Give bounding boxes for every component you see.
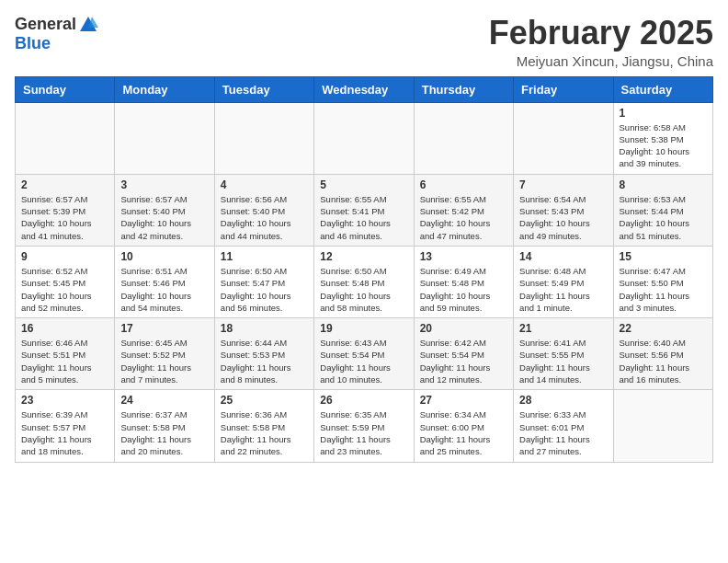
day-number: 26 — [320, 394, 407, 407]
calendar-cell: 25Sunrise: 6:36 AM Sunset: 5:58 PM Dayli… — [214, 390, 313, 462]
calendar-cell: 13Sunrise: 6:49 AM Sunset: 5:48 PM Dayli… — [414, 246, 513, 317]
day-info: Sunrise: 6:57 AM Sunset: 5:40 PM Dayligh… — [120, 193, 208, 242]
day-info: Sunrise: 6:37 AM Sunset: 5:58 PM Dayligh… — [120, 408, 208, 457]
calendar-cell: 11Sunrise: 6:50 AM Sunset: 5:47 PM Dayli… — [214, 246, 313, 317]
day-number: 5 — [320, 178, 407, 191]
calendar-cell: 3Sunrise: 6:57 AM Sunset: 5:40 PM Daylig… — [115, 174, 214, 246]
weekday-header-friday: Friday — [514, 76, 613, 102]
day-info: Sunrise: 6:43 AM Sunset: 5:54 PM Dayligh… — [320, 337, 407, 385]
day-number: 4 — [221, 178, 308, 191]
calendar-header-row: SundayMondayTuesdayWednesdayThursdayFrid… — [16, 76, 713, 102]
day-info: Sunrise: 6:45 AM Sunset: 5:52 PM Dayligh… — [120, 337, 208, 385]
calendar-week-row: 16Sunrise: 6:46 AM Sunset: 5:51 PM Dayli… — [16, 318, 713, 390]
day-info: Sunrise: 6:53 AM Sunset: 5:44 PM Dayligh… — [620, 193, 707, 242]
calendar-cell: 22Sunrise: 6:40 AM Sunset: 5:56 PM Dayli… — [613, 318, 712, 390]
day-number: 19 — [320, 322, 407, 335]
calendar-week-row: 2Sunrise: 6:57 AM Sunset: 5:39 PM Daylig… — [16, 174, 713, 246]
logo-icon — [78, 15, 98, 35]
day-number: 22 — [620, 322, 707, 335]
day-info: Sunrise: 6:46 AM Sunset: 5:51 PM Dayligh… — [21, 337, 108, 385]
day-number: 15 — [620, 250, 707, 263]
day-info: Sunrise: 6:42 AM Sunset: 5:54 PM Dayligh… — [420, 337, 507, 385]
title-area: February 2025 Meiyuan Xincun, Jiangsu, C… — [489, 15, 713, 69]
calendar-week-row: 23Sunrise: 6:39 AM Sunset: 5:57 PM Dayli… — [16, 390, 713, 462]
day-number: 9 — [21, 250, 108, 263]
calendar-cell — [214, 102, 313, 174]
calendar-cell — [314, 102, 414, 174]
month-title: February 2025 — [489, 15, 713, 52]
day-number: 21 — [519, 322, 607, 335]
calendar-cell: 5Sunrise: 6:55 AM Sunset: 5:41 PM Daylig… — [314, 174, 414, 246]
day-number: 25 — [221, 394, 308, 407]
day-info: Sunrise: 6:49 AM Sunset: 5:48 PM Dayligh… — [420, 265, 507, 314]
day-info: Sunrise: 6:55 AM Sunset: 5:42 PM Dayligh… — [420, 193, 507, 242]
day-number: 1 — [620, 107, 707, 120]
day-info: Sunrise: 6:39 AM Sunset: 5:57 PM Dayligh… — [21, 408, 108, 457]
calendar-cell — [514, 102, 613, 174]
logo-general-text: General — [15, 16, 76, 34]
logo: General Blue — [15, 15, 98, 53]
day-number: 16 — [21, 322, 108, 335]
weekday-header-thursday: Thursday — [414, 76, 513, 102]
calendar-cell: 14Sunrise: 6:48 AM Sunset: 5:49 PM Dayli… — [514, 246, 613, 317]
day-number: 7 — [519, 178, 607, 191]
calendar-cell: 19Sunrise: 6:43 AM Sunset: 5:54 PM Dayli… — [314, 318, 414, 390]
day-number: 12 — [320, 250, 407, 263]
calendar-cell: 20Sunrise: 6:42 AM Sunset: 5:54 PM Dayli… — [414, 318, 513, 390]
day-number: 27 — [420, 394, 507, 407]
calendar-cell — [16, 102, 115, 174]
day-info: Sunrise: 6:47 AM Sunset: 5:50 PM Dayligh… — [620, 265, 707, 314]
calendar-week-row: 9Sunrise: 6:52 AM Sunset: 5:45 PM Daylig… — [16, 246, 713, 317]
calendar-cell: 27Sunrise: 6:34 AM Sunset: 6:00 PM Dayli… — [414, 390, 513, 462]
day-info: Sunrise: 6:48 AM Sunset: 5:49 PM Dayligh… — [519, 265, 607, 314]
day-number: 20 — [420, 322, 507, 335]
calendar-cell: 24Sunrise: 6:37 AM Sunset: 5:58 PM Dayli… — [115, 390, 214, 462]
day-info: Sunrise: 6:52 AM Sunset: 5:45 PM Dayligh… — [21, 265, 108, 314]
calendar-cell: 12Sunrise: 6:50 AM Sunset: 5:48 PM Dayli… — [314, 246, 414, 317]
day-number: 14 — [519, 250, 607, 263]
calendar-cell: 28Sunrise: 6:33 AM Sunset: 6:01 PM Dayli… — [514, 390, 613, 462]
calendar-cell: 2Sunrise: 6:57 AM Sunset: 5:39 PM Daylig… — [16, 174, 115, 246]
day-info: Sunrise: 6:58 AM Sunset: 5:38 PM Dayligh… — [620, 121, 707, 170]
calendar-table: SundayMondayTuesdayWednesdayThursdayFrid… — [15, 76, 713, 463]
calendar-cell: 8Sunrise: 6:53 AM Sunset: 5:44 PM Daylig… — [613, 174, 712, 246]
calendar-cell — [414, 102, 513, 174]
weekday-header-sunday: Sunday — [16, 76, 115, 102]
day-info: Sunrise: 6:41 AM Sunset: 5:55 PM Dayligh… — [519, 337, 607, 385]
day-number: 28 — [519, 394, 607, 407]
day-number: 18 — [221, 322, 308, 335]
day-info: Sunrise: 6:56 AM Sunset: 5:40 PM Dayligh… — [221, 193, 308, 242]
weekday-header-tuesday: Tuesday — [214, 76, 313, 102]
day-info: Sunrise: 6:36 AM Sunset: 5:58 PM Dayligh… — [221, 408, 308, 457]
day-info: Sunrise: 6:40 AM Sunset: 5:56 PM Dayligh… — [620, 337, 707, 385]
day-number: 24 — [120, 394, 208, 407]
calendar-cell: 16Sunrise: 6:46 AM Sunset: 5:51 PM Dayli… — [16, 318, 115, 390]
day-number: 3 — [120, 178, 208, 191]
calendar-cell — [613, 390, 712, 462]
calendar-cell: 23Sunrise: 6:39 AM Sunset: 5:57 PM Dayli… — [16, 390, 115, 462]
day-info: Sunrise: 6:44 AM Sunset: 5:53 PM Dayligh… — [221, 337, 308, 385]
calendar-cell: 6Sunrise: 6:55 AM Sunset: 5:42 PM Daylig… — [414, 174, 513, 246]
day-number: 23 — [21, 394, 108, 407]
calendar-week-row: 1Sunrise: 6:58 AM Sunset: 5:38 PM Daylig… — [16, 102, 713, 174]
day-number: 6 — [420, 178, 507, 191]
day-info: Sunrise: 6:54 AM Sunset: 5:43 PM Dayligh… — [519, 193, 607, 242]
calendar-cell: 1Sunrise: 6:58 AM Sunset: 5:38 PM Daylig… — [613, 102, 712, 174]
calendar-cell: 21Sunrise: 6:41 AM Sunset: 5:55 PM Dayli… — [514, 318, 613, 390]
calendar-cell: 17Sunrise: 6:45 AM Sunset: 5:52 PM Dayli… — [115, 318, 214, 390]
weekday-header-wednesday: Wednesday — [314, 76, 414, 102]
day-number: 8 — [620, 178, 707, 191]
day-info: Sunrise: 6:55 AM Sunset: 5:41 PM Dayligh… — [320, 193, 407, 242]
day-number: 10 — [120, 250, 208, 263]
logo-blue-text: Blue — [15, 34, 51, 52]
calendar-cell: 9Sunrise: 6:52 AM Sunset: 5:45 PM Daylig… — [16, 246, 115, 317]
day-number: 2 — [21, 178, 108, 191]
calendar-cell: 15Sunrise: 6:47 AM Sunset: 5:50 PM Dayli… — [613, 246, 712, 317]
day-number: 11 — [221, 250, 308, 263]
calendar-cell: 4Sunrise: 6:56 AM Sunset: 5:40 PM Daylig… — [214, 174, 313, 246]
day-info: Sunrise: 6:51 AM Sunset: 5:46 PM Dayligh… — [120, 265, 208, 314]
calendar-cell: 7Sunrise: 6:54 AM Sunset: 5:43 PM Daylig… — [514, 174, 613, 246]
calendar-cell — [115, 102, 214, 174]
day-info: Sunrise: 6:35 AM Sunset: 5:59 PM Dayligh… — [320, 408, 407, 457]
weekday-header-saturday: Saturday — [613, 76, 712, 102]
